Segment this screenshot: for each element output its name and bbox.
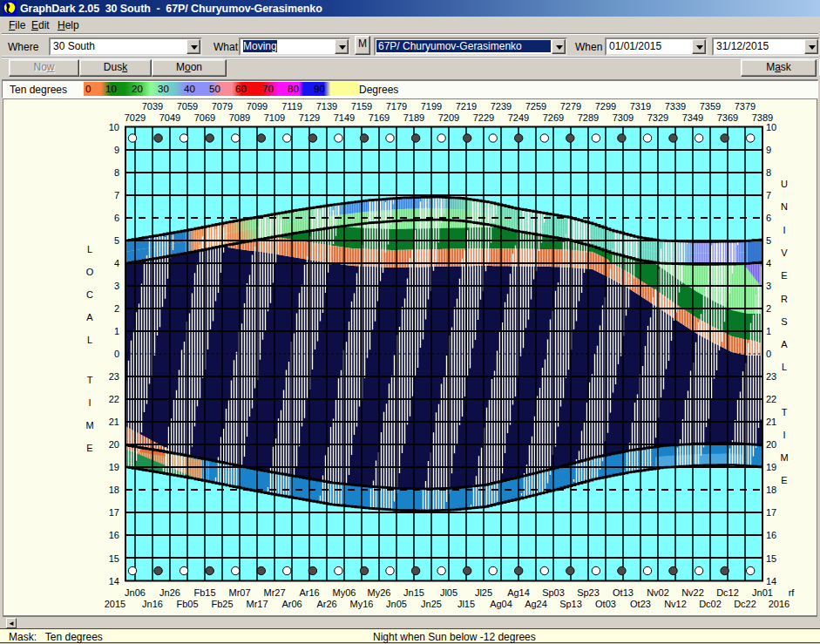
svg-text:E: E <box>781 475 787 485</box>
svg-text:7379: 7379 <box>735 101 756 112</box>
svg-text:N: N <box>781 201 788 212</box>
svg-text:22: 22 <box>766 394 776 404</box>
svg-text:Nv02: Nv02 <box>647 587 669 598</box>
svg-text:2015: 2015 <box>105 599 125 609</box>
svg-text:7269: 7269 <box>543 112 564 123</box>
svg-text:7: 7 <box>114 190 119 200</box>
svg-text:I: I <box>783 225 785 235</box>
svg-text:21: 21 <box>109 417 119 427</box>
svg-text:My06: My06 <box>333 587 356 598</box>
svg-text:7099: 7099 <box>247 101 268 112</box>
svg-text:4: 4 <box>114 258 119 268</box>
svg-text:7349: 7349 <box>682 112 703 123</box>
svg-text:E: E <box>781 270 787 281</box>
svg-text:R: R <box>781 294 788 304</box>
svg-text:7239: 7239 <box>491 101 512 112</box>
svg-text:Mr17: Mr17 <box>246 599 268 609</box>
svg-text:5: 5 <box>766 235 771 246</box>
svg-text:0: 0 <box>766 349 771 359</box>
svg-text:7169: 7169 <box>369 112 390 123</box>
svg-text:1: 1 <box>766 326 771 336</box>
svg-text:19: 19 <box>109 462 119 472</box>
svg-text:5: 5 <box>114 235 119 246</box>
svg-text:7229: 7229 <box>473 112 494 123</box>
svg-text:Mr27: Mr27 <box>263 587 285 598</box>
svg-text:Ar06: Ar06 <box>281 599 302 609</box>
svg-text:2: 2 <box>766 303 771 314</box>
svg-text:7069: 7069 <box>194 112 215 123</box>
svg-text:21: 21 <box>766 417 776 427</box>
svg-text:Sp03: Sp03 <box>542 587 565 598</box>
svg-text:18: 18 <box>766 485 776 495</box>
svg-text:M: M <box>85 420 93 430</box>
svg-text:16: 16 <box>766 530 776 540</box>
svg-text:Jn06: Jn06 <box>125 587 146 598</box>
svg-text:20: 20 <box>109 439 119 450</box>
svg-text:Dc12: Dc12 <box>716 587 739 598</box>
svg-text:rf: rf <box>789 587 796 598</box>
svg-text:6: 6 <box>766 213 771 223</box>
svg-text:M: M <box>780 452 788 463</box>
svg-text:9: 9 <box>114 145 119 155</box>
svg-text:Sp23: Sp23 <box>577 587 600 598</box>
svg-text:7059: 7059 <box>177 101 198 112</box>
svg-text:T: T <box>87 375 93 385</box>
svg-text:Ot13: Ot13 <box>613 587 634 598</box>
svg-text:Nv12: Nv12 <box>664 599 687 609</box>
svg-text:10: 10 <box>766 122 776 132</box>
svg-text:4: 4 <box>766 258 771 268</box>
svg-text:9: 9 <box>766 145 771 155</box>
svg-text:E: E <box>86 443 92 453</box>
svg-text:8: 8 <box>766 167 771 178</box>
svg-text:7179: 7179 <box>386 101 407 112</box>
svg-text:Ar16: Ar16 <box>299 587 319 598</box>
svg-text:Jl05: Jl05 <box>440 587 457 598</box>
svg-text:19: 19 <box>766 462 776 472</box>
svg-text:Fb05: Fb05 <box>176 599 198 609</box>
svg-text:7089: 7089 <box>229 112 250 123</box>
svg-text:16: 16 <box>109 530 119 540</box>
svg-text:Fb25: Fb25 <box>211 599 233 609</box>
svg-text:L: L <box>782 362 787 372</box>
svg-text:Ot03: Ot03 <box>595 599 616 609</box>
svg-text:O: O <box>86 267 94 277</box>
svg-text:18: 18 <box>109 485 119 495</box>
svg-text:7159: 7159 <box>351 101 372 112</box>
svg-text:7329: 7329 <box>647 112 668 123</box>
svg-text:7129: 7129 <box>299 112 320 123</box>
svg-text:7209: 7209 <box>438 112 459 123</box>
svg-text:Jn26: Jn26 <box>159 587 180 598</box>
svg-text:My26: My26 <box>368 587 391 598</box>
svg-text:Ag14: Ag14 <box>507 587 530 598</box>
svg-text:7289: 7289 <box>578 112 599 123</box>
svg-text:7299: 7299 <box>595 101 616 112</box>
svg-text:7079: 7079 <box>212 101 233 112</box>
svg-text:7369: 7369 <box>717 112 738 123</box>
svg-text:7039: 7039 <box>142 101 163 112</box>
svg-text:Sp13: Sp13 <box>559 599 582 609</box>
svg-text:23: 23 <box>766 371 776 382</box>
svg-text:C: C <box>86 289 93 300</box>
svg-text:3: 3 <box>114 281 119 291</box>
svg-text:Jn05: Jn05 <box>386 599 407 609</box>
svg-text:2: 2 <box>114 303 119 314</box>
svg-text:Jn25: Jn25 <box>421 599 442 609</box>
svg-text:1: 1 <box>114 326 119 336</box>
svg-text:15: 15 <box>766 553 776 564</box>
svg-text:7: 7 <box>766 190 771 200</box>
svg-text:Ar26: Ar26 <box>316 599 336 609</box>
svg-text:7049: 7049 <box>159 112 180 123</box>
svg-text:Dc22: Dc22 <box>734 599 756 609</box>
svg-text:Jn01: Jn01 <box>752 587 773 598</box>
svg-text:U: U <box>781 179 788 189</box>
svg-text:Jl15: Jl15 <box>457 599 475 609</box>
svg-text:Jn16: Jn16 <box>142 599 163 609</box>
svg-text:Fb15: Fb15 <box>193 587 215 598</box>
svg-text:7259: 7259 <box>525 101 546 112</box>
svg-text:8: 8 <box>114 167 119 178</box>
svg-text:22: 22 <box>109 394 119 404</box>
svg-text:7339: 7339 <box>665 101 686 112</box>
svg-text:7199: 7199 <box>421 101 442 112</box>
svg-text:Jn15: Jn15 <box>403 587 424 598</box>
svg-text:6: 6 <box>114 213 119 223</box>
